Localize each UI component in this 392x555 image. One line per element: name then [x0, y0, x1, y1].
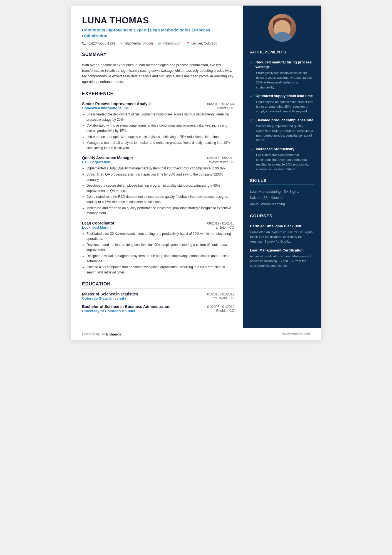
- skills-title: SKILLS: [250, 178, 314, 185]
- contact-row: 📞 +1-(234)-555-1234 ✉ help@enhancv.com 🔗…: [82, 41, 234, 45]
- contact-location: 📍 Denver, Colorado: [186, 41, 217, 45]
- location-icon: 📍: [186, 42, 190, 45]
- job-3-dates: 08/2011 - 01/2015: [207, 221, 234, 225]
- person-name: LUNA THOMAS: [82, 16, 234, 25]
- job-1-title: Senior Process Improvement Analyst: [82, 102, 151, 106]
- summary-title: SUMMARY: [82, 52, 234, 59]
- summary-section: SUMMARY With over a decade of experience…: [82, 52, 234, 85]
- experience-section: EXPERIENCE Senior Process Improvement An…: [82, 91, 234, 275]
- right-column: ACHIEVEMENTS ✔ Reduced manufacturing pro…: [243, 6, 321, 328]
- footer-url: www.enhancv.com: [282, 332, 310, 336]
- name-section: LUNA THOMAS Continuous Improvement Exper…: [82, 16, 234, 45]
- bullet: Led a project that optimized supply chai…: [86, 134, 234, 140]
- course-2-title: Lean Management Certification: [250, 248, 314, 253]
- achievement-3-title: Elevated product compliance rate: [255, 118, 313, 123]
- footer-brand: Enhancv: [106, 332, 121, 336]
- bullet: Facilitated over 30 Kaizen events, contr…: [86, 231, 234, 241]
- achievement-4: ☆ Increased productivity Facilitated cro…: [250, 147, 314, 172]
- edu-1-header: Master of Science in Statistics 01/2010 …: [82, 292, 234, 296]
- job-1-header: Senior Process Improvement Analyst 06/20…: [82, 102, 234, 106]
- check-icon: ✔: [250, 94, 253, 98]
- person-title: Continuous Improvement Expert | Lean Met…: [82, 27, 234, 39]
- edu-2-school: University of Colorado Boulder: [82, 309, 135, 313]
- bullet: Streamlined QA processes, slashing inspe…: [86, 172, 234, 182]
- job-3-bullets: Facilitated over 30 Kaizen events, contr…: [82, 231, 234, 275]
- footer-left: Powered by ∞ Enhancv: [82, 332, 121, 337]
- edu-2-header: Bachelor of Science in Business Administ…: [82, 304, 234, 309]
- achievement-2-header: ✔ Optimized supply chain lead time: [250, 94, 314, 98]
- job-3: Lean Coordinator 08/2011 - 01/2015 Lockh…: [82, 221, 234, 275]
- job-1-location: Denver, CO: [217, 106, 234, 110]
- achievement-2-desc: Championed an optimization project that …: [256, 100, 314, 114]
- job-2-header: Quality Assurance Manager 02/2015 - 05/2…: [82, 156, 234, 160]
- contact-email: ✉ help@enhancv.com: [120, 41, 153, 45]
- job-2-bullets: Implemented a Total Quality Management s…: [82, 166, 234, 216]
- bullet: Developed a successful employee training…: [86, 183, 234, 193]
- course-2: Lean Management Certification Achieved c…: [250, 248, 314, 268]
- courses-title: COURSES: [250, 213, 314, 220]
- course-1: Certified Six Sigma Black Belt Completed…: [250, 224, 314, 244]
- achievements-title: ACHIEVEMENTS: [250, 50, 314, 56]
- job-2-title: Quality Assurance Manager: [82, 156, 133, 160]
- check-icon: ✔: [250, 60, 253, 65]
- job-1-loc-row: Honeywell International Inc. Denver, CO: [82, 106, 234, 110]
- link-icon: 🔗: [158, 42, 162, 45]
- edu-1-location: Fort Collins, CO: [211, 296, 234, 300]
- achievement-3-desc: Successfully implemented quality systems…: [256, 124, 314, 143]
- achievement-3: ⬡ Elevated product compliance rate Succe…: [250, 118, 314, 143]
- avatar-body: [271, 32, 293, 42]
- skills-section: SKILLS Lean Manufacturing · Six Sigma · …: [250, 178, 314, 208]
- bullet: Collaborated with cross-functional teams…: [86, 123, 234, 133]
- courses-section: COURSES Certified Six Sigma Black Belt C…: [250, 213, 314, 268]
- avatar: [268, 14, 296, 42]
- achievement-4-header: ☆ Increased productivity: [250, 147, 314, 152]
- course-1-title: Certified Six Sigma Black Belt: [250, 224, 314, 229]
- job-1-bullets: Spearheaded the deployment of Six Sigma …: [82, 112, 234, 151]
- pin-icon: ⬡: [250, 118, 253, 123]
- edu-2-degree: Bachelor of Science in Business Administ…: [82, 304, 170, 309]
- bullet: Managed a team of 10 analysts to monitor…: [86, 140, 234, 151]
- footer-logo: ∞ Enhancv: [102, 332, 121, 337]
- resume-wrapper: LUNA THOMAS Continuous Improvement Exper…: [71, 6, 321, 340]
- achievement-1-title: Reduced manufacturing process wastage: [255, 60, 314, 70]
- edu-2-dates: 01/2006 - 01/2010: [207, 305, 234, 309]
- job-2-dates: 02/2015 - 05/2019: [207, 156, 234, 160]
- job-3-company: Lockheed Martin: [82, 225, 111, 230]
- education-section: EDUCATION Master of Science in Statistic…: [82, 282, 234, 313]
- bullet: Coordinated with the R&D department to i…: [86, 194, 234, 204]
- bullet: Monitored and reported on quality perfor…: [86, 206, 234, 216]
- job-3-title: Lean Coordinator: [82, 221, 115, 225]
- course-2-desc: Achieved certification in Lean Managemen…: [250, 254, 314, 268]
- job-2-location: Westminster, CO: [209, 160, 234, 164]
- job-2: Quality Assurance Manager 02/2015 - 05/2…: [82, 156, 234, 216]
- achievement-4-desc: Facilitated cross-departmental continuou…: [256, 153, 314, 172]
- email-icon: ✉: [120, 42, 122, 45]
- achievement-3-header: ⬡ Elevated product compliance rate: [250, 118, 314, 123]
- edu-2-loc-row: University of Colorado Boulder Boulder, …: [82, 309, 234, 313]
- summary-text: With over a decade of experience in lean…: [82, 62, 234, 85]
- job-2-company: Ball Corporation: [82, 160, 110, 164]
- achievement-2: ✔ Optimized supply chain lead time Champ…: [250, 94, 314, 114]
- job-1-company: Honeywell International Inc.: [82, 106, 130, 110]
- education-title: EDUCATION: [82, 282, 234, 288]
- phone-icon: 📞: [82, 42, 86, 45]
- achievement-4-title: Increased productivity: [256, 147, 294, 152]
- job-2-loc-row: Ball Corporation Westminster, CO: [82, 160, 234, 164]
- left-column: LUNA THOMAS Continuous Improvement Exper…: [71, 6, 243, 328]
- powered-by-text: Powered by: [82, 332, 100, 336]
- footer: Powered by ∞ Enhancv www.enhancv.com: [71, 328, 321, 340]
- star-icon: ☆: [250, 147, 254, 152]
- achievement-1-desc: Strategically led initiatives which cut …: [256, 71, 314, 90]
- edu-1: Master of Science in Statistics 01/2010 …: [82, 292, 234, 300]
- edu-2-location: Boulder, CO: [216, 309, 234, 313]
- experience-title: EXPERIENCE: [82, 91, 234, 98]
- job-3-header: Lean Coordinator 08/2011 - 01/2015: [82, 221, 234, 225]
- achievement-2-title: Optimized supply chain lead time: [255, 94, 313, 98]
- job-1-dates: 06/2019 - 01/2024: [207, 102, 234, 106]
- bullet: Spearheaded the deployment of Six Sigma …: [86, 112, 234, 122]
- edu-1-degree: Master of Science in Statistics: [82, 292, 138, 296]
- edu-1-dates: 01/2010 - 01/2012: [207, 292, 234, 296]
- resume-body: LUNA THOMAS Continuous Improvement Exper…: [71, 6, 321, 328]
- bullet: Developed and led lean training sessions…: [86, 242, 234, 253]
- job-3-loc-row: Lockheed Martin Littleton, CO: [82, 225, 234, 230]
